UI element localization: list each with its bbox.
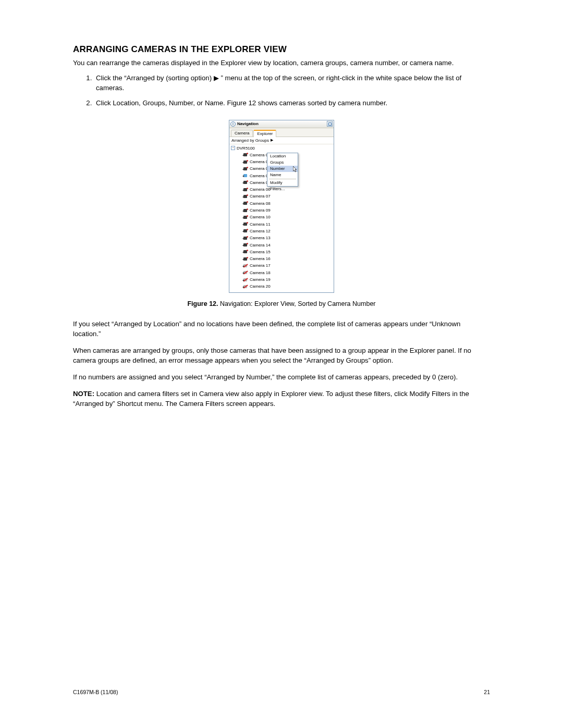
body-paragraph: If you select “Arranged by Location” and… (73, 319, 490, 339)
camera-label: Camera 10 (250, 215, 271, 219)
dropdown-groups[interactable]: Groups (267, 159, 298, 166)
camera-icon (242, 250, 248, 254)
camera-icon (242, 194, 248, 199)
note-paragraph: NOTE: Location and camera filters set in… (73, 389, 490, 409)
camera-label: Camera 20 (250, 284, 271, 289)
camera-icon (242, 174, 248, 178)
camera-icon (242, 270, 248, 275)
note-text: Location and camera filters set in Camer… (73, 390, 469, 408)
camera-item[interactable]: Camera 16 (242, 255, 334, 262)
maximize-button[interactable] (327, 121, 333, 127)
camera-label: Camera 11 (250, 222, 271, 227)
intro-text: You can rearrange the cameras displayed … (73, 58, 490, 68)
camera-icon (242, 236, 248, 240)
camera-icon (242, 278, 248, 282)
camera-icon (242, 285, 248, 289)
camera-label: Camera 07 (250, 194, 271, 199)
figure: i Navigation Camera Explorer Arranged by… (73, 120, 490, 319)
camera-label: Camera 14 (250, 243, 271, 248)
camera-label: Camera 13 (250, 236, 271, 240)
note-label: NOTE: (73, 390, 94, 398)
camera-item[interactable]: Camera 19 (242, 276, 334, 283)
camera-icon (242, 222, 248, 226)
cursor-icon (293, 166, 298, 173)
tab-camera[interactable]: Camera (231, 130, 253, 137)
camera-icon (242, 229, 248, 233)
camera-icon (242, 257, 248, 261)
camera-item[interactable]: Camera 17 (242, 262, 334, 269)
camera-item[interactable]: Camera 18 (242, 269, 334, 276)
camera-label: Camera 17 (250, 263, 271, 268)
camera-icon (242, 188, 248, 192)
camera-icon (242, 167, 248, 171)
camera-label: Camera 18 (250, 270, 271, 275)
dropdown-location[interactable]: Location (267, 153, 298, 159)
tab-strip: Camera Explorer (229, 128, 334, 137)
camera-label: Camera 06 (250, 187, 271, 192)
camera-label: Camera 16 (250, 256, 271, 261)
camera-label: Camera 12 (250, 229, 271, 233)
camera-label: Camera 19 (250, 277, 271, 282)
panel-titlebar: i Navigation (229, 120, 334, 128)
collapse-icon[interactable]: − (231, 146, 235, 150)
step-item: Click the “Arranged by (sorting option) … (94, 73, 490, 93)
camera-item[interactable]: Camera 08 (242, 200, 334, 207)
camera-item[interactable]: Camera 13 (242, 235, 334, 241)
camera-item[interactable]: Camera 15 (242, 249, 334, 255)
arranged-by-label: Arranged by Groups (231, 138, 269, 143)
panel-body: Arranged by Groups ▶ − DVR5100 Camera 01… (229, 137, 334, 292)
camera-icon (242, 243, 248, 247)
footer-docid: C1697M-B (11/08) (73, 689, 118, 695)
svg-marker-0 (293, 166, 297, 172)
camera-icon (242, 201, 248, 205)
camera-icon (242, 215, 248, 219)
body-paragraph: If no numbers are assigned and you selec… (73, 372, 490, 382)
section-heading: ARRANGING CAMERAS IN THE EXPLORER VIEW (73, 44, 490, 55)
body-paragraph: When cameras are arranged by groups, onl… (73, 346, 490, 365)
steps-list: Click the “Arranged by (sorting option) … (73, 73, 490, 108)
info-icon: i (230, 121, 236, 127)
camera-icon (242, 153, 248, 157)
camera-label: Camera 09 (250, 208, 271, 213)
camera-item[interactable]: Camera 14 (242, 241, 334, 248)
page-footer: C1697M-B (11/08) 21 (73, 689, 490, 695)
camera-label: Camera 15 (250, 250, 271, 254)
arrow-right-icon: ▶ (271, 138, 273, 142)
step-item: Click Location, Groups, Number, or Name.… (94, 98, 490, 108)
footer-page: 21 (484, 689, 490, 695)
camera-label: Camera 08 (250, 201, 271, 206)
camera-icon (242, 208, 248, 213)
tree-root[interactable]: − DVR5100 (231, 145, 334, 152)
camera-item[interactable]: Camera 10 (242, 214, 334, 220)
camera-item[interactable]: Camera 12 (242, 228, 334, 235)
arranged-by-menu[interactable]: Arranged by Groups ▶ (229, 137, 334, 144)
tab-explorer[interactable]: Explorer (253, 130, 276, 137)
camera-item[interactable]: Camera 09 (242, 207, 334, 214)
figure-caption-label: Figure 12. (187, 300, 218, 307)
dropdown-separator (269, 179, 296, 179)
dropdown-modify-filters[interactable]: Modify Filters... (267, 180, 298, 186)
figure-caption-text: Navigation: Explorer View, Sorted by Cam… (218, 300, 376, 307)
camera-item[interactable]: Camera 06 (242, 186, 334, 193)
camera-item[interactable]: Camera 20 (242, 283, 334, 290)
panel-title: Navigation (237, 121, 327, 126)
camera-icon (242, 264, 248, 268)
tree-root-label: DVR5100 (237, 146, 255, 151)
camera-icon (242, 180, 248, 184)
navigation-panel: i Navigation Camera Explorer Arranged by… (229, 120, 334, 293)
camera-item[interactable]: Camera 07 (242, 193, 334, 200)
camera-icon (242, 160, 248, 164)
camera-item[interactable]: Camera 11 (242, 221, 334, 228)
figure-caption: Figure 12. Navigation: Explorer View, So… (187, 300, 375, 307)
